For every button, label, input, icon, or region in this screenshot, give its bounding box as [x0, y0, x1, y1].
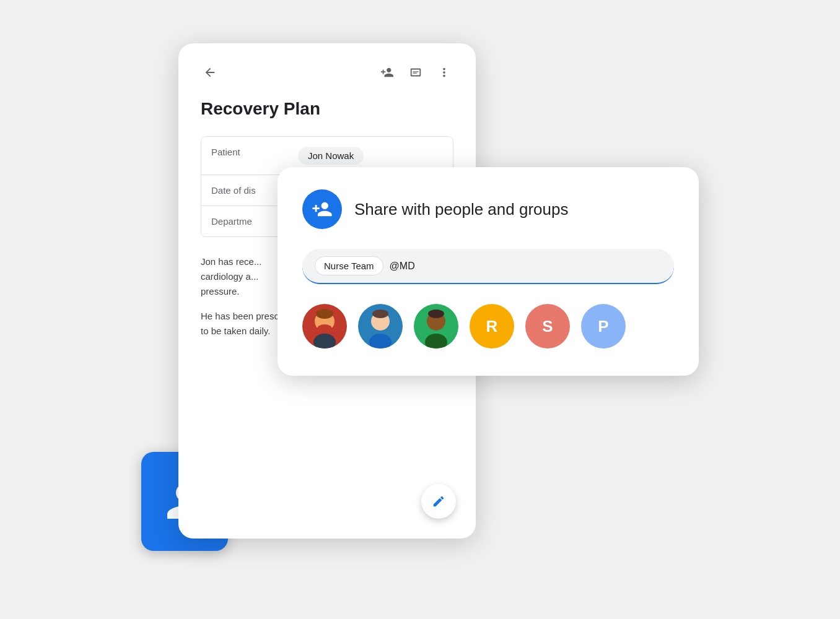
patient-chip: Jon Nowak — [298, 147, 364, 165]
avatar-person-1[interactable] — [302, 304, 347, 348]
add-person-button[interactable] — [378, 63, 396, 82]
header-actions — [378, 63, 453, 82]
share-dialog: Share with people and groups Nurse Team — [278, 167, 699, 376]
avatar-row: R S P — [302, 304, 674, 348]
avatar-S[interactable]: S — [525, 304, 570, 348]
avatar-P[interactable]: P — [581, 304, 626, 348]
doc-title: Recovery Plan — [201, 99, 453, 119]
svg-point-8 — [428, 310, 444, 318]
share-dialog-title: Share with people and groups — [354, 200, 568, 219]
more-button[interactable] — [435, 63, 453, 82]
notes-button[interactable] — [406, 63, 425, 82]
svg-point-2 — [317, 324, 332, 333]
edit-fab-button[interactable] — [421, 484, 456, 519]
back-button[interactable] — [201, 63, 219, 82]
share-dialog-header: Share with people and groups — [302, 189, 674, 229]
svg-point-9 — [425, 334, 447, 348]
date-label: Date of dis — [201, 175, 288, 206]
patient-label: Patient — [201, 137, 288, 175]
svg-point-6 — [369, 334, 392, 348]
share-input-area[interactable]: Nurse Team — [302, 249, 674, 284]
svg-point-3 — [313, 334, 336, 348]
avatar-person-3[interactable] — [414, 304, 458, 348]
edit-pencil-icon — [432, 495, 445, 508]
avatar-R[interactable]: R — [470, 304, 514, 348]
doc-header — [201, 63, 453, 82]
add-person-share-icon — [312, 199, 333, 220]
svg-point-5 — [372, 310, 388, 318]
dept-label: Departme — [201, 206, 288, 236]
nurse-team-chip[interactable]: Nurse Team — [315, 256, 383, 275]
svg-point-1 — [316, 309, 333, 319]
share-search-input[interactable] — [390, 261, 662, 272]
share-icon-circle — [302, 189, 342, 229]
avatar-person-2[interactable] — [358, 304, 403, 348]
